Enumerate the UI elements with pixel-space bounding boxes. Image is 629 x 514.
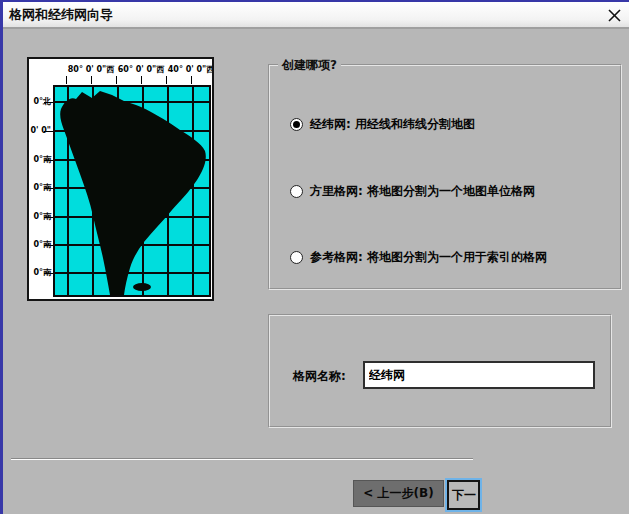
create-which-group: 创建哪项? 经纬网: 用经线和纬线分割地图 方里格网: 将地图分割为一个地图单位… [268,64,622,290]
tick-mark [44,188,53,189]
separator-line [11,458,473,460]
tick-mark [44,131,53,132]
radio-option-measured-grid[interactable]: 方里格网: 将地图分割为一个地图单位格网 [290,183,535,200]
tick-mark [191,76,192,84]
title-bar: 格网和经纬网向导 [3,2,629,29]
tick-mark [44,273,53,274]
create-which-title: 创建哪项? [278,57,341,74]
radio-option-graticule[interactable]: 经纬网: 用经线和纬线分割地图 [290,116,475,133]
tick-mark [44,102,53,103]
tick-mark [66,76,67,84]
close-button[interactable] [605,6,623,24]
radio-button-reference-grid[interactable] [290,251,303,264]
map-top-label: 40° 0' 0"西 [168,64,214,75]
radio-button-measured-grid[interactable] [290,185,303,198]
back-button[interactable]: < 上一步(B) [353,480,444,507]
tick-mark [91,76,92,84]
window-title: 格网和经纬网向导 [9,6,113,24]
next-button[interactable]: 下一 [447,480,480,510]
island-silhouette [133,283,151,291]
radio-label-reference-grid: 参考格网: 将地图分割为一个用于索引的格网 [310,249,547,266]
tick-mark [44,245,53,246]
grid-name-group: 格网名称: [268,314,612,428]
map-graticule [55,87,209,295]
radio-button-graticule[interactable] [290,118,303,131]
map-preview-panel: 80° 0' 0"西 60° 0' 0"西 40° 0' 0"西 0°北 0' … [27,57,214,301]
close-icon [608,9,621,22]
radio-option-reference-grid[interactable]: 参考格网: 将地图分割为一个用于索引的格网 [290,249,547,266]
next-button-focus-ring: 下一 [445,478,482,512]
radio-label-graticule: 经纬网: 用经线和纬线分割地图 [310,116,475,133]
south-america-silhouette [60,91,206,295]
grid-name-label: 格网名称: [293,368,346,385]
tick-mark [141,76,142,84]
grid-name-input[interactable] [363,361,595,389]
tick-mark [166,76,167,84]
tick-mark [44,160,53,161]
tick-mark [44,217,53,218]
tick-mark [116,76,117,84]
map-top-label: 80° 0' 0"西 [68,64,114,75]
map-top-label: 60° 0' 0"西 [118,64,164,75]
radio-label-measured-grid: 方里格网: 将地图分割为一个地图单位格网 [310,183,535,200]
dialog-window: 格网和经纬网向导 80° 0' 0"西 60° 0' 0"西 40° 0' 0"… [0,0,629,514]
map-canvas [53,85,211,297]
